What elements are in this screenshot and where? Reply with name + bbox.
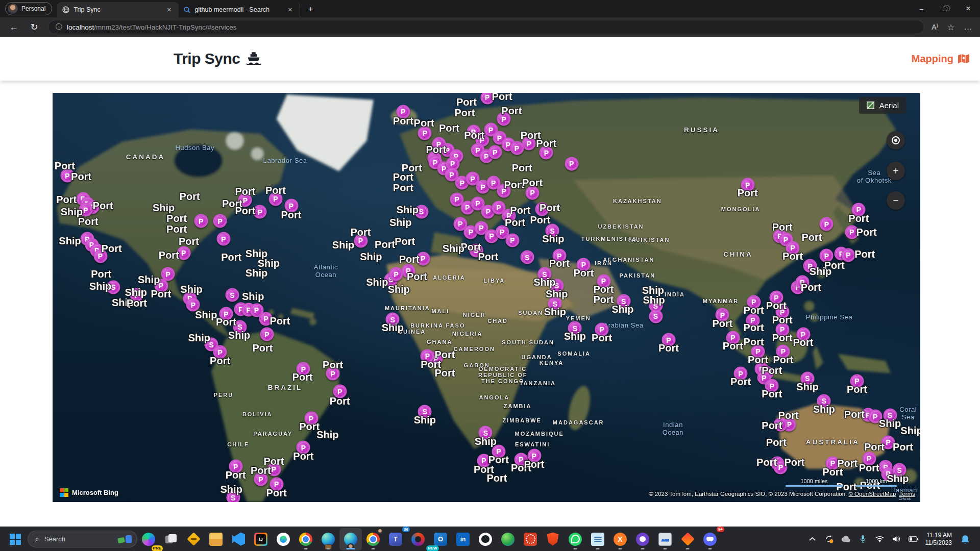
port-pin[interactable]: P [389,267,403,281]
port-label[interactable]: Port [151,288,172,299]
port-label[interactable]: Port [772,314,793,326]
chrome-profile-icon[interactable] [362,528,384,550]
port-label[interactable]: Port [744,322,764,334]
map-style-aerial-button[interactable]: Aerial [859,97,906,114]
port-label[interactable]: Port [723,340,743,352]
zoom-out-button[interactable]: − [887,191,905,210]
terms-link[interactable]: Terms [899,491,915,497]
map-canvas[interactable]: CANADARUSSIAKAZAKHSTANMONGOLIAUZBEKISTAN… [53,93,920,502]
port-label[interactable]: Port [592,332,612,343]
linkedin-icon[interactable]: in [452,528,474,550]
port-label[interactable]: Port [766,436,787,448]
port-label[interactable]: Port [864,441,885,453]
tab-close-button[interactable]: × [285,5,295,14]
zoom-in-button[interactable]: + [887,162,905,180]
port-pin[interactable]: P [260,328,274,341]
port-label[interactable]: Port [393,182,413,194]
port-label[interactable]: Port [375,238,395,250]
port-label[interactable]: Port [210,355,230,367]
port-label[interactable]: Port [395,236,415,247]
port-label[interactable]: Port [235,205,255,216]
port-label[interactable]: Port [782,250,803,262]
whatsapp-icon[interactable] [564,528,586,550]
port-label[interactable]: Port [221,252,241,263]
port-label[interactable]: Port [166,213,187,224]
port-pin[interactable]: P [510,141,524,155]
port-pin[interactable]: P [213,214,227,228]
tab-close-button[interactable]: × [164,5,174,14]
port-label[interactable]: Port [848,213,869,224]
tab-trip-sync[interactable]: Trip Sync × [57,2,179,17]
ship-label[interactable]: Ship [810,266,831,278]
onedrive-cloud-icon[interactable] [841,532,851,546]
port-label[interactable]: Port [78,215,99,227]
port-label[interactable]: Port [159,249,179,261]
port-label[interactable]: Port [844,408,865,420]
port-label[interactable]: Port [281,209,302,220]
read-aloud-icon[interactable]: A [932,23,938,31]
port-label[interactable]: Port [530,214,550,226]
port-label[interactable]: Port [166,223,187,235]
port-label[interactable]: Port [179,236,199,247]
notepad-plus-icon[interactable] [586,528,609,550]
ship-pin[interactable]: S [520,251,534,264]
port-label[interactable]: Port [93,200,113,212]
github-desktop-icon[interactable] [631,528,654,550]
favorite-star-icon[interactable]: ☆ [947,22,954,32]
port-label[interactable]: Port [505,217,525,229]
port-label[interactable]: Port [216,316,236,328]
ship-label[interactable]: Ship [59,235,81,247]
refresh-button[interactable]: ↻ [28,20,41,34]
port-label[interactable]: Port [251,465,271,477]
nav-mapping-link[interactable]: Mapping [912,53,970,65]
ship-label[interactable]: Ship [542,233,564,245]
new-tab-button[interactable]: + [303,3,317,16]
canvas-icon[interactable] [519,528,542,550]
port-label[interactable]: Port [71,170,91,182]
hidden-icons-chevron-icon[interactable] [807,532,818,546]
port-label[interactable]: Port [399,253,420,265]
port-label[interactable]: Port [793,337,814,348]
port-pin[interactable]: P [506,233,520,247]
port-label[interactable]: Port [859,462,879,473]
window-restore-button[interactable] [933,0,957,17]
port-label[interactable]: Port [455,107,475,119]
port-label[interactable]: Port [464,129,484,141]
port-label[interactable]: Port [594,294,614,306]
github-icon[interactable] [474,528,497,550]
ship-label[interactable]: Ship [546,288,568,299]
port-label[interactable]: Port [323,359,343,370]
port-label[interactable]: Port [540,202,560,214]
ship-label[interactable]: Ship [900,424,920,436]
ship-label[interactable]: Ship [813,403,835,415]
port-label[interactable]: Port [766,300,787,312]
ship-label[interactable]: Ship [414,414,436,425]
port-label[interactable]: Port [235,186,255,197]
port-label[interactable]: Port [522,177,543,188]
ship-label[interactable]: Ship [389,217,411,229]
port-label[interactable]: Port [772,221,793,233]
back-button[interactable]: ← [7,20,20,34]
port-label[interactable]: Port [573,267,594,279]
window-close-button[interactable]: × [957,0,980,17]
port-label[interactable]: Port [292,371,313,383]
port-label[interactable]: Port [744,336,764,348]
ship-label[interactable]: Ship [388,283,410,295]
task-view-icon[interactable] [160,528,182,550]
ship-label[interactable]: Ship [242,291,264,303]
port-label[interactable]: Port [393,115,413,127]
ship-label[interactable]: Ship [228,329,250,341]
locate-me-button[interactable] [887,131,905,149]
port-label[interactable]: Port [501,105,522,117]
ship-label[interactable]: Ship [220,484,242,495]
intellij-icon[interactable]: IJ [250,528,272,550]
port-label[interactable]: Port [486,472,507,484]
android-studio-icon[interactable] [272,528,295,550]
edge-pre-icon[interactable]: PRE [137,528,160,550]
site-info-icon[interactable]: ⓘ [56,22,62,32]
port-label[interactable]: Port [55,160,75,171]
osm-attribution-link[interactable]: © OpenStreetMap [848,491,896,497]
port-label[interactable]: Port [407,271,427,283]
port-label[interactable]: Port [351,226,371,238]
port-label[interactable]: Port [801,281,821,293]
